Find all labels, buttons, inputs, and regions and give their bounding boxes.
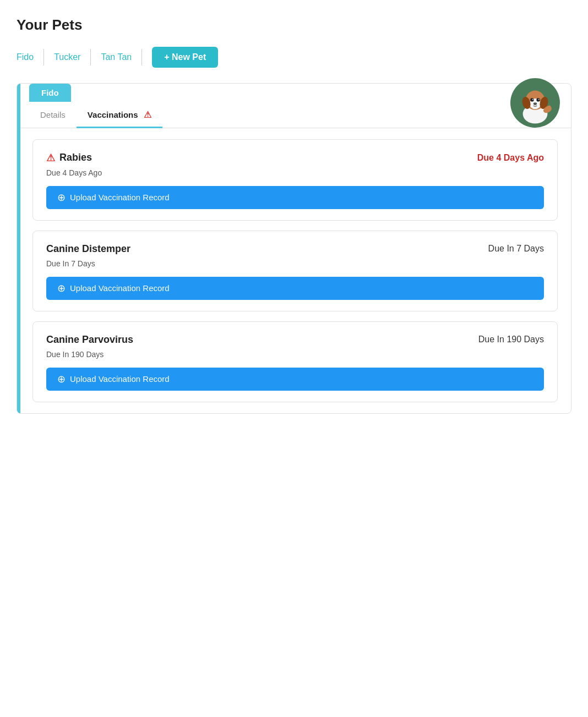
vaccine-name-distemper: Canine Distemper [46, 243, 130, 255]
distemper-due-sub: Due In 7 Days [46, 259, 544, 268]
rabies-warning-icon: ⚠ [46, 152, 55, 164]
tab-tucker[interactable]: Tucker [44, 49, 91, 65]
tab-vaccinations[interactable]: Vaccinations ⚠ [77, 102, 162, 128]
pet-panel-fido: Fido [17, 83, 571, 414]
vaccine-header-distemper: Canine Distemper Due In 7 Days [46, 243, 544, 255]
upload-vaccination-button-rabies[interactable]: ⊕ Upload Vaccination Record [46, 186, 544, 209]
panel-left-accent [17, 84, 20, 413]
pet-sub-tabs: Details Vaccinations ⚠ [17, 102, 571, 128]
upload-icon: ⊕ [57, 191, 66, 204]
avatar [510, 78, 560, 128]
tab-details[interactable]: Details [29, 102, 77, 128]
parvovirus-due-sub: Due In 190 Days [46, 350, 544, 359]
upload-icon: ⊕ [57, 373, 66, 385]
upload-vaccination-button-distemper[interactable]: ⊕ Upload Vaccination Record [46, 277, 544, 300]
vaccine-name-parvovirus: Canine Parvovirus [46, 334, 133, 346]
new-pet-button[interactable]: + New Pet [152, 47, 218, 68]
vaccine-card-parvovirus: Canine Parvovirus Due In 190 Days Due In… [32, 321, 558, 402]
vaccinations-list: ⚠ Rabies Due 4 Days Ago Due 4 Days Ago ⊕… [17, 128, 571, 413]
tab-fido[interactable]: Fido [17, 49, 44, 65]
vaccine-card-rabies: ⚠ Rabies Due 4 Days Ago Due 4 Days Ago ⊕… [32, 139, 558, 221]
parvovirus-due-status: Due In 190 Days [478, 335, 544, 344]
distemper-due-status: Due In 7 Days [488, 244, 544, 254]
panel-header: Fido [17, 84, 571, 102]
rabies-due-status: Due 4 Days Ago [477, 153, 544, 163]
vaccine-header-parvovirus: Canine Parvovirus Due In 190 Days [46, 334, 544, 346]
vaccine-name-rabies: ⚠ Rabies [46, 152, 92, 164]
svg-point-10 [533, 102, 537, 105]
vaccine-card-distemper: Canine Distemper Due In 7 Days Due In 7 … [32, 231, 558, 311]
rabies-due-sub: Due 4 Days Ago [46, 168, 544, 177]
svg-point-9 [538, 99, 540, 100]
vaccine-header-rabies: ⚠ Rabies Due 4 Days Ago [46, 152, 544, 164]
svg-point-8 [532, 99, 533, 100]
pet-tabs-bar: Fido Tucker Tan Tan + New Pet [17, 47, 571, 68]
pet-name-badge: Fido [29, 84, 71, 102]
page-title: Your Pets [17, 17, 571, 34]
warning-icon: ⚠ [144, 110, 151, 119]
svg-point-7 [536, 98, 540, 101]
svg-point-6 [530, 98, 533, 101]
tab-tantan[interactable]: Tan Tan [91, 49, 142, 65]
upload-icon: ⊕ [57, 282, 66, 294]
upload-vaccination-button-parvovirus[interactable]: ⊕ Upload Vaccination Record [46, 368, 544, 391]
